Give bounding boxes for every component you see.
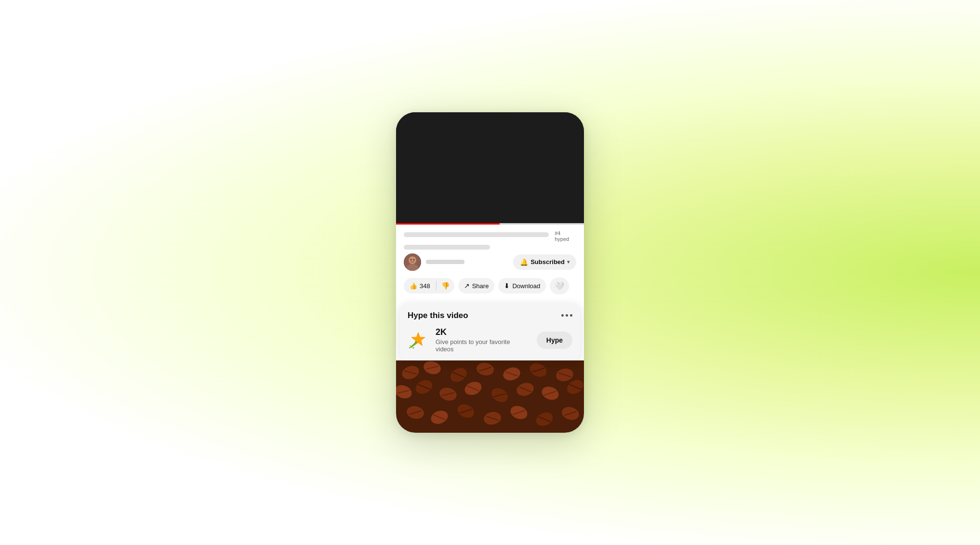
shooting-star-svg: [408, 330, 429, 351]
title-lines: #4 hyped: [404, 230, 576, 250]
heart-icon: 🤍: [555, 282, 564, 290]
dislike-icon: 👎: [441, 282, 450, 290]
subscribed-label: Subscribed: [530, 258, 565, 266]
dot-1: [561, 314, 564, 317]
coffee-beans-illustration: [396, 360, 584, 433]
channel-meta-row: 🔔 Subscribed ▾: [404, 253, 576, 271]
more-options-button[interactable]: [561, 314, 572, 317]
subscribed-button[interactable]: 🔔 Subscribed ▾: [513, 254, 576, 270]
share-label: Share: [472, 282, 489, 290]
svg-marker-36: [411, 332, 425, 346]
dot-3: [570, 314, 572, 317]
svg-point-40: [413, 347, 414, 348]
action-bar: 👍 348 👎 ↗ Share ⬇ Download 🤍: [404, 276, 576, 298]
video-thumbnail-bottom[interactable]: [396, 360, 584, 433]
svg-point-34: [411, 259, 412, 260]
hype-star-icon: [408, 330, 429, 351]
channel-avatar[interactable]: [404, 253, 421, 271]
chevron-down-icon: ▾: [567, 259, 569, 265]
title-line-1: [404, 232, 549, 237]
download-label: Download: [512, 282, 540, 290]
channel-info: [404, 253, 464, 271]
like-count: 348: [420, 282, 430, 290]
svg-point-39: [410, 345, 411, 347]
hype-content: 2K Give points to your favorite videos H…: [408, 327, 572, 353]
like-dislike-group: 👍 348 👎: [404, 278, 454, 293]
svg-point-32: [409, 256, 416, 264]
video-info-section: #4 hyped: [396, 225, 584, 303]
hype-description: Give points to your favorite videos: [436, 338, 530, 353]
title-line-2: [404, 245, 490, 250]
progress-fill: [396, 223, 500, 225]
progress-bar[interactable]: [396, 223, 584, 225]
download-icon: ⬇: [504, 282, 510, 290]
channel-name-placeholder: [426, 260, 464, 264]
phone-frame: #4 hyped: [396, 112, 584, 433]
share-icon: ↗: [464, 282, 470, 290]
video-thumbnail-top[interactable]: [396, 112, 584, 223]
hype-button[interactable]: Hype: [537, 332, 572, 349]
trending-tag: #4 hyped: [555, 230, 576, 242]
dot-2: [566, 314, 568, 317]
like-button[interactable]: 👍 348: [404, 279, 436, 293]
dislike-button[interactable]: 👎: [437, 278, 454, 293]
matcha-bg: [396, 112, 584, 223]
hype-popup: Hype this video: [400, 303, 580, 361]
like-icon: 👍: [410, 282, 417, 290]
matcha-scene: [396, 112, 584, 223]
share-button[interactable]: ↗ Share: [458, 278, 495, 293]
hype-popup-header: Hype this video: [408, 311, 572, 320]
hype-points: 2K: [436, 327, 530, 338]
svg-point-35: [413, 259, 415, 260]
bell-icon: 🔔: [520, 258, 528, 266]
hype-title: Hype this video: [408, 311, 468, 320]
download-button[interactable]: ⬇ Download: [498, 278, 546, 293]
hype-text: 2K Give points to your favorite videos: [436, 327, 530, 353]
save-button[interactable]: 🤍: [550, 278, 569, 294]
avatar-image: [404, 253, 421, 271]
